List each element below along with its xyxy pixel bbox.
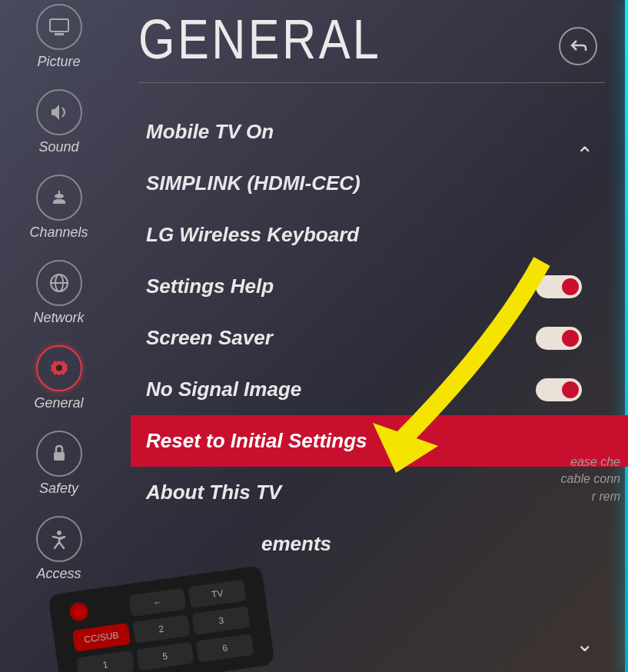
menu-item-label: No Signal Image [146,378,301,401]
background-hint-text: ease che cable conn r rem [561,454,620,505]
remote-button: ← [128,587,187,617]
sidebar-label: Picture [37,54,80,70]
remote-button: TV [188,579,247,608]
general-icon [36,345,82,391]
settings-sidebar: Picture Sound Channels [0,0,104,672]
menu-item-no-signal-image[interactable]: No Signal Image [138,364,605,415]
sidebar-item-accessibility[interactable]: Access [14,516,104,582]
menu-item-label: Screen Saver [146,326,273,350]
menu-item-reset-initial[interactable]: Reset to Initial Settings [131,415,628,467]
sidebar-label: Access [36,566,81,582]
accessibility-icon [36,516,82,562]
sidebar-label: Channels [29,225,88,241]
remote-button: 6 [196,633,254,662]
menu-item-partial[interactable]: ements [138,518,605,570]
picture-icon [36,4,82,50]
settings-menu-list: Mobile TV On SIMPLINK (HDMI-CEC) LG Wire… [138,106,605,570]
menu-item-label: ements [261,532,331,556]
menu-item-screen-saver[interactable]: Screen Saver [138,312,605,364]
screen-saver-toggle[interactable] [536,327,582,350]
no-signal-toggle[interactable] [536,378,582,401]
remote-button: 2 [132,614,191,644]
svg-rect-0 [50,19,68,32]
sidebar-item-general[interactable]: General [14,345,104,411]
menu-item-label: LG Wireless Keyboard [146,223,359,247]
sidebar-label: Safety [39,481,78,497]
back-icon [567,35,589,57]
menu-item-mobile-tv[interactable]: Mobile TV On [138,106,605,158]
sidebar-label: Sound [38,139,78,155]
svg-rect-8 [54,452,65,461]
menu-item-wireless-keyboard[interactable]: LG Wireless Keyboard [138,209,605,261]
menu-item-label: About This TV [146,481,281,504]
menu-item-label: Mobile TV On [146,120,274,144]
sound-icon [36,89,82,135]
remote-power-button [68,601,89,622]
menu-item-label: Reset to Initial Settings [146,429,367,453]
sidebar-item-network[interactable]: Network [14,260,104,326]
remote-button: 5 [136,641,194,670]
header: GENERAL [138,8,605,71]
sidebar-item-safety[interactable]: Safety [14,431,104,497]
channels-icon [36,175,82,221]
sidebar-label: General [34,395,83,411]
svg-point-7 [56,365,62,371]
svg-point-2 [55,194,64,198]
menu-item-about-tv[interactable]: About This TV [138,467,605,518]
scroll-down-icon[interactable]: ⌄ [576,631,593,657]
main-content: GENERAL ⌃ Mobile TV On SIMPLINK (HDMI-CE… [104,0,628,672]
remote-button-ccsub: CC/SUB [72,623,131,652]
tv-settings-screen: Picture Sound Channels [0,0,628,672]
safety-icon [36,431,82,477]
menu-item-simplink[interactable]: SIMPLINK (HDMI-CEC) [138,158,605,209]
sidebar-item-channels[interactable]: Channels [14,175,104,241]
scroll-up-icon[interactable]: ⌃ [576,142,593,168]
remote-button: 3 [192,606,251,635]
remote-button: 1 [76,650,135,672]
sidebar-label: Network [33,310,84,326]
svg-point-9 [57,531,61,535]
menu-item-settings-help[interactable]: Settings Help [138,261,605,312]
sidebar-item-sound[interactable]: Sound [14,89,104,155]
settings-help-toggle[interactable] [536,275,582,298]
svg-rect-1 [55,33,64,35]
menu-item-label: SIMPLINK (HDMI-CEC) [146,171,361,195]
sidebar-item-picture[interactable]: Picture [14,4,104,70]
page-title: GENERAL [138,8,381,71]
back-button[interactable] [559,27,597,65]
header-divider [138,82,605,83]
network-icon [36,260,82,306]
menu-item-label: Settings Help [146,274,274,298]
